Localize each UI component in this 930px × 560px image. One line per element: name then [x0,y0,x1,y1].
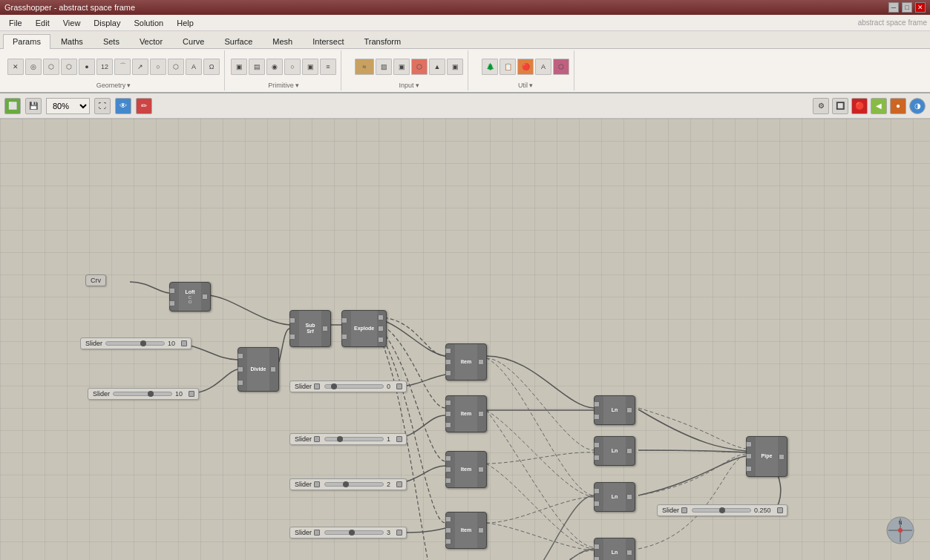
item-2-port-e[interactable] [478,411,484,417]
slider-4-in[interactable] [314,436,320,442]
explode-node[interactable]: Explode [341,310,387,347]
divide-port-i[interactable] [238,353,243,359]
settings-button[interactable]: ⚙ [813,98,829,114]
menu-edit[interactable]: Edit [30,17,56,29]
item-1-port-i[interactable] [445,359,451,365]
input-icon-4[interactable]: ⬡ [411,59,428,75]
tab-params[interactable]: Params [3,34,50,49]
slider-2-track[interactable] [113,392,172,396]
geometry-dropdown-icon[interactable]: ▾ [127,82,131,89]
slider-3[interactable]: Slider 0 [289,381,407,392]
menu-help[interactable]: Help [171,17,200,29]
tab-mesh[interactable]: Mesh [263,34,302,48]
item-3-port-i[interactable] [445,467,451,472]
slider-6-port[interactable] [396,530,402,536]
item-2-node[interactable]: Item [445,395,487,432]
loft-port-o[interactable] [169,300,175,306]
slider-6-thumb[interactable] [349,530,355,536]
canvas[interactable]: Crv Loft CO SubSrf [0,119,930,560]
util-icon-1[interactable]: 🌲 [482,59,498,75]
geo-icon-10[interactable]: ⬡ [168,59,184,75]
menu-file[interactable]: File [3,17,28,29]
slider-7[interactable]: Slider 0.250 [657,504,787,516]
item-1-port-e[interactable] [478,359,484,365]
save-button[interactable]: 💾 [25,98,42,114]
slider-2-port[interactable] [189,391,194,397]
ln-4-port-b[interactable] [594,556,600,561]
slider-3-thumb[interactable] [331,383,337,389]
geo-icon-7[interactable]: ⌒ [114,59,131,75]
ln-4-port-a[interactable] [594,544,600,550]
slider-5-thumb[interactable] [343,481,349,487]
divide-port-v[interactable] [238,380,243,386]
ln-1-port-a[interactable] [594,401,600,407]
slider-1-track[interactable] [105,341,165,346]
view-mid[interactable]: ● [890,98,906,114]
loft-node[interactable]: Loft CO [169,282,211,312]
subsrf-port-s[interactable] [289,317,295,323]
menu-view[interactable]: View [57,17,87,29]
item-4-port-i[interactable] [445,527,451,533]
pipe-port-c[interactable] [746,441,752,447]
view-left[interactable]: ◀ [871,98,887,114]
ln-4-port-l[interactable] [626,550,632,556]
loft-port-c[interactable] [169,288,175,294]
geo-icon-11[interactable]: A [186,59,202,75]
geo-icon-5[interactable]: ● [79,59,95,75]
util-icon-3[interactable]: 🔴 [517,59,534,75]
slider-3-track[interactable] [324,384,384,389]
slider-2[interactable]: Slider 10 [88,388,199,400]
explode-port-b[interactable] [341,317,347,323]
explode-port-e[interactable] [341,334,347,340]
slider-7-track[interactable] [692,508,751,513]
prim-icon-2[interactable]: ▤ [249,59,265,75]
geo-icon-1[interactable]: ✕ [7,59,24,75]
slider-3-in[interactable] [314,383,320,389]
pipe-port-r[interactable] [746,453,752,459]
slider-4-track[interactable] [324,437,384,441]
tab-surface[interactable]: Surface [215,34,262,48]
tab-intersect[interactable]: Intersect [303,34,353,48]
item-3-node[interactable]: Item [445,451,487,488]
item-1-port-l[interactable] [445,348,451,354]
input-icon-2[interactable]: ▨ [376,59,392,75]
pipe-port-s[interactable] [779,454,785,460]
slider-2-thumb[interactable] [148,391,154,397]
tab-vector[interactable]: Vector [130,34,172,48]
primitive-dropdown-icon[interactable]: ▾ [295,82,299,89]
slider-5-in[interactable] [314,481,320,487]
input-icon-6[interactable]: ▣ [447,59,463,75]
util-icon-2[interactable]: 📋 [500,59,516,75]
prim-icon-5[interactable]: ▣ [302,59,318,75]
divide-port-u[interactable] [238,366,243,372]
divide-node[interactable]: Divide [238,347,279,392]
slider-6-in[interactable] [314,530,320,536]
crv-panel[interactable]: Crv [85,274,106,286]
pipe-port-e[interactable] [746,466,752,472]
input-dropdown-icon[interactable]: ▾ [416,82,419,89]
item-4-port-l[interactable] [445,516,451,522]
input-icon-3[interactable]: ▣ [393,59,410,75]
slider-1[interactable]: Slider 10 [80,337,191,349]
ln-1-node[interactable]: Ln [594,395,635,425]
view-right[interactable]: ◑ [909,98,926,114]
explode-port-f[interactable] [378,314,384,320]
slider-6[interactable]: Slider 3 [289,527,407,538]
slider-7-thumb[interactable] [719,507,725,513]
explode-port-ev[interactable] [378,326,384,332]
item-1-node[interactable]: Item [445,343,487,381]
item-2-port-w[interactable] [445,422,451,428]
subsrf-node[interactable]: SubSrf [289,310,331,347]
preview-button[interactable]: 👁 [115,98,131,114]
slider-1-thumb[interactable] [140,340,146,346]
ln-3-port-l[interactable] [626,494,632,500]
tab-maths[interactable]: Maths [51,34,93,48]
prim-icon-4[interactable]: ○ [284,59,301,75]
ln-2-node[interactable]: Ln [594,436,635,466]
zoom-select[interactable]: 80% 50% 100% 150% [46,98,90,114]
bake-button[interactable]: 🔲 [832,98,848,114]
ln-1-port-b[interactable] [594,414,600,420]
item-4-node[interactable]: Item [445,512,487,549]
ln-2-port-l[interactable] [626,448,632,454]
tab-curve[interactable]: Curve [173,34,214,48]
